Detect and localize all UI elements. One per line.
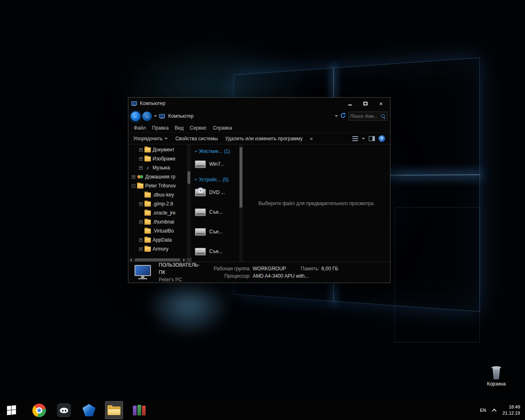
file-item-win7-drive[interactable]: Win7... (195, 157, 238, 171)
file-item-removable-2[interactable]: Съе... (195, 225, 238, 239)
search-input[interactable]: Поиск: Ком... (348, 112, 388, 121)
file-item-label: Съе... (209, 229, 223, 235)
forward-button[interactable]: → (142, 112, 152, 121)
start-button[interactable] (0, 400, 23, 420)
maximize-button[interactable] (359, 99, 372, 107)
workgroup-value: WORKGROUP (253, 265, 286, 272)
language-indicator[interactable]: EN (480, 408, 486, 413)
menu-view[interactable]: Вид (175, 125, 184, 131)
window-title: Компьютер (140, 100, 165, 106)
group-header-removable-devices[interactable]: Устройс... (5) (195, 177, 238, 183)
removable-drive-icon (195, 228, 206, 236)
back-button[interactable]: ← (131, 112, 140, 121)
menu-help[interactable]: Справка (213, 125, 232, 131)
show-hidden-icons-chevron[interactable] (492, 409, 497, 413)
processor-label: Процессор: (211, 272, 251, 280)
tree-item-label: Изображе (153, 156, 176, 162)
library-documents-icon (144, 147, 151, 153)
blue-gem-app-icon (82, 404, 96, 416)
file-item-removable-3[interactable]: Съе... (195, 244, 238, 258)
expander-icon[interactable]: + (139, 220, 143, 224)
expander-icon[interactable]: + (139, 238, 143, 242)
toolbar-overflow-button[interactable]: » (310, 136, 313, 142)
taskbar-chrome-button[interactable] (30, 401, 48, 419)
address-dropdown-icon[interactable] (335, 115, 338, 117)
preview-pane: Выберите файл для предварительного просм… (243, 144, 390, 262)
system-properties-button[interactable]: Свойства системы (175, 136, 218, 142)
processor-value: AMD A4-3400 APU with... (253, 272, 309, 280)
expander-icon[interactable]: + (139, 148, 143, 152)
memory-value: 6,00 ГБ (321, 265, 338, 272)
user-folder-icon (137, 183, 144, 189)
taskbar-app-button[interactable] (80, 401, 98, 419)
titlebar[interactable]: Компьютер × (128, 98, 390, 109)
file-item-dvd-drive[interactable]: DVD ... (195, 185, 238, 199)
tree-item-virtualbox[interactable]: .VirtualBo (128, 226, 186, 235)
group-header-hard-disks[interactable]: Жесткие... (1) (195, 148, 238, 154)
tree-item-pictures[interactable]: + Изображе (128, 154, 186, 163)
windows-logo-icon (7, 405, 16, 415)
tree-item-music[interactable]: + ♪ Музыка (128, 163, 186, 172)
taskbar-winrar-button[interactable] (130, 401, 148, 419)
menu-file[interactable]: Файл (134, 125, 146, 131)
folder-icon (144, 201, 151, 207)
menu-bar: Файл Правка Вид Сервис Справка (128, 123, 390, 133)
tree-item-label: .dbus-key (153, 192, 174, 198)
tree-item-appdata[interactable]: + AppData (128, 235, 186, 244)
expander-icon[interactable]: + (139, 157, 143, 161)
clock[interactable]: 18:49 21.12.19 (502, 404, 520, 417)
file-item-removable-1[interactable]: Съе... (195, 205, 238, 219)
tree-item-homegroup[interactable]: + Домашняя гр (128, 172, 186, 181)
folder-icon (144, 247, 151, 252)
tree-item-label: Документ (153, 147, 174, 153)
scroll-left-icon[interactable] (130, 258, 132, 262)
folder-icon (144, 210, 151, 216)
tree-item-documents[interactable]: + Документ (128, 145, 186, 154)
views-dropdown-icon[interactable] (362, 138, 365, 139)
menu-tools[interactable]: Сервис (190, 125, 207, 131)
uninstall-program-button[interactable]: Удалить или изменить программу (225, 136, 303, 142)
expander-icon[interactable]: + (139, 202, 143, 206)
close-button[interactable]: × (375, 99, 387, 107)
search-icon[interactable] (381, 114, 386, 119)
tree-item-oracle-jre[interactable]: .oracle_jre (128, 208, 186, 217)
tree-item-label: .thumbnai (153, 219, 174, 225)
address-bar[interactable]: Компьютер (168, 113, 194, 119)
navigation-tree: + Документ + Изображе + ♪ Музыка (128, 144, 193, 262)
tree-item-label: Armory (153, 246, 169, 252)
scrollbar-thumb[interactable] (187, 171, 190, 184)
dvd-drive-icon (195, 189, 206, 196)
menu-edit[interactable]: Правка (152, 125, 169, 131)
recycle-bin[interactable]: Корзина (483, 366, 509, 387)
expander-icon[interactable]: - (132, 184, 135, 188)
tree-item-gimp[interactable]: + .gimp-2.8 (128, 199, 186, 208)
tree-item-thumbnails[interactable]: + .thumbnai (128, 217, 186, 226)
computer-name: ПОЛЬЗОВАТЕЛЬ-ПК (159, 261, 205, 276)
file-item-label: Съе... (209, 249, 223, 254)
taskbar-discord-button[interactable] (55, 401, 73, 419)
refresh-icon[interactable] (340, 112, 346, 120)
chrome-icon (32, 404, 46, 417)
computer-monitor-icon (133, 264, 152, 281)
expander-icon[interactable]: + (139, 247, 143, 251)
tree-item-dbus-key[interactable]: .dbus-key (128, 190, 186, 199)
recent-pages-dropdown-icon[interactable] (154, 115, 157, 117)
file-list-scrollbar[interactable] (239, 144, 243, 262)
expander-icon[interactable]: + (132, 175, 135, 179)
tree-vertical-scrollbar[interactable] (187, 144, 191, 257)
tree-item-label: Домашняя гр (145, 174, 176, 180)
scrollbar-thumb[interactable] (240, 147, 242, 208)
expander-icon[interactable]: + (139, 166, 143, 170)
tree-item-peter-trifonov[interactable]: - Peter Trifonov (128, 181, 186, 190)
scrollbar-thumb[interactable] (135, 258, 180, 261)
help-icon[interactable]: ? (379, 135, 385, 142)
removable-drive-icon (195, 248, 206, 256)
tree-item-armory[interactable]: + Armory (128, 244, 186, 253)
group-title: Жесткие... (1) (199, 148, 230, 154)
window-content: + Документ + Изображе + ♪ Музыка (128, 144, 390, 262)
preview-pane-icon[interactable] (369, 136, 375, 141)
organize-button[interactable]: Упорядочить (133, 136, 168, 142)
change-view-icon[interactable] (352, 136, 358, 141)
taskbar-explorer-button[interactable] (105, 401, 123, 419)
minimize-button[interactable] (344, 99, 356, 107)
